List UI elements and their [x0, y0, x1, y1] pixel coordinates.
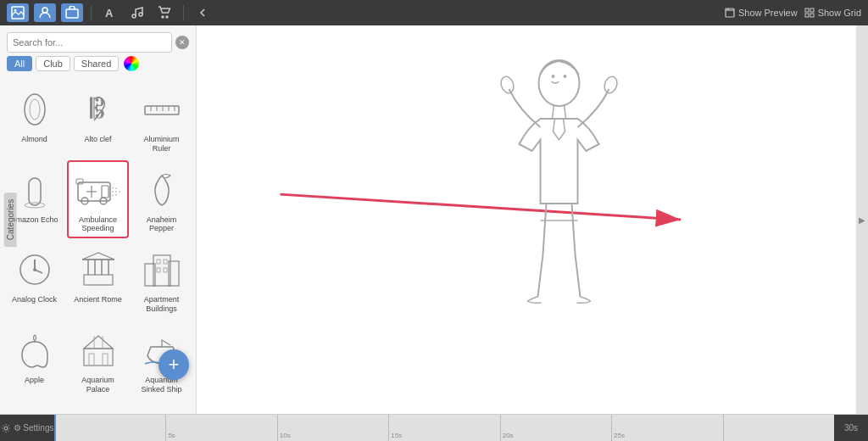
svg-rect-55 — [89, 354, 94, 366]
svg-point-14 — [25, 94, 45, 125]
svg-rect-23 — [29, 178, 41, 205]
svg-line-32 — [112, 187, 119, 189]
aquarium-palace-label: Aquarium Palace — [72, 376, 124, 394]
svg-line-67 — [552, 104, 554, 119]
icon-item-ambulance[interactable]: Ambulance Speeding — [67, 160, 129, 239]
right-panel-toggle[interactable]: ▶ — [856, 25, 868, 414]
svg-point-7 — [162, 16, 164, 18]
filter-tabs: All Club Shared — [0, 56, 196, 76]
right-arrow-icon: ▶ — [859, 215, 865, 225]
svg-point-69 — [498, 75, 515, 95]
svg-point-70 — [602, 75, 619, 95]
svg-rect-17 — [145, 106, 179, 114]
svg-rect-26 — [102, 186, 108, 198]
aluminium-ruler-preview — [136, 87, 187, 133]
ancient-rome-label: Ancient Rome — [74, 295, 122, 304]
show-preview-button[interactable]: Show Preview — [725, 8, 798, 18]
svg-point-15 — [30, 99, 40, 120]
bottom-timeline: ⚙ Settings 5s 10s 15s 20s 25s 30s — [0, 414, 868, 441]
icon-item-apartment-buildings[interactable]: Apartment Buildings — [131, 240, 192, 319]
svg-point-65 — [551, 75, 554, 78]
timeline-ruler[interactable]: 5s 10s 15s 20s 25s — [54, 415, 834, 441]
svg-marker-45 — [82, 253, 114, 260]
svg-line-68 — [564, 104, 565, 119]
svg-point-72 — [4, 427, 8, 430]
svg-rect-46 — [153, 255, 170, 286]
ambulance-preview — [73, 167, 124, 214]
color-wheel-button[interactable] — [124, 56, 139, 71]
toolbar-separator-1 — [91, 5, 92, 20]
canvas-area[interactable] — [197, 25, 856, 414]
timeline-playhead[interactable] — [54, 415, 56, 441]
apartment-buildings-preview — [136, 247, 187, 293]
svg-point-38 — [33, 268, 36, 271]
icon-item-analog-clock[interactable]: Analog Clock — [3, 240, 65, 319]
ruler-mark-20s: 20s — [500, 415, 611, 441]
svg-rect-31 — [76, 179, 83, 184]
svg-line-34 — [112, 194, 119, 196]
aluminium-ruler-label: Aluminium Ruler — [136, 135, 187, 154]
text-icon[interactable]: A — [99, 3, 121, 22]
ruler-marks: 5s 10s 15s 20s 25s — [54, 415, 834, 441]
ancient-rome-preview — [73, 247, 124, 293]
icon-item-arc-de-triomphe[interactable]: Arc de Triomphe — [3, 400, 65, 414]
almond-label: Almond — [21, 135, 47, 144]
apple-preview — [9, 327, 60, 374]
svg-rect-49 — [157, 260, 160, 264]
search-input[interactable] — [7, 32, 172, 53]
svg-point-8 — [166, 16, 168, 18]
arc-de-triomphe-preview — [9, 407, 60, 414]
amazon-echo-label: Amazon Echo — [10, 215, 58, 225]
filter-tab-shared[interactable]: Shared — [74, 56, 119, 71]
icon-item-alto-clef[interactable]: 𝄡 Alto clef — [67, 80, 129, 159]
music-icon[interactable] — [126, 3, 148, 22]
top-toolbar: A Show Preview Show Grid — [0, 0, 868, 25]
nav-arrow-icon[interactable] — [192, 3, 214, 22]
settings-button[interactable]: ⚙ Settings — [0, 415, 54, 441]
cart-icon[interactable] — [153, 3, 175, 22]
svg-point-66 — [563, 75, 566, 78]
character-svg — [493, 51, 625, 314]
alto-clef-preview: 𝄡 — [73, 87, 124, 133]
categories-tab[interactable]: Categories — [4, 193, 17, 247]
almond-preview — [9, 87, 60, 133]
icon-item-almond[interactable]: Almond — [3, 80, 65, 159]
apartment-buildings-label: Apartment Buildings — [136, 295, 187, 314]
svg-rect-11 — [810, 8, 814, 12]
anaheim-pepper-preview — [136, 167, 187, 214]
people-icon[interactable] — [34, 3, 56, 22]
svg-marker-54 — [84, 336, 113, 349]
icon-item-aluminium-ruler[interactable]: Aluminium Ruler — [131, 80, 192, 159]
svg-rect-10 — [805, 8, 809, 12]
aquarium-palace-preview — [73, 327, 124, 374]
add-content-button[interactable]: + — [159, 349, 189, 380]
analog-clock-preview — [9, 247, 60, 293]
icon-item-ancient-rome[interactable]: Ancient Rome — [67, 240, 129, 319]
svg-rect-56 — [103, 354, 108, 366]
icon-item-apple[interactable]: Apple — [3, 321, 65, 399]
alto-clef-label: Alto clef — [84, 135, 111, 144]
filter-tab-all[interactable]: All — [7, 56, 32, 71]
icon-item-anaheim-pepper[interactable]: Anaheim Pepper — [131, 160, 192, 239]
ruler-mark-0 — [54, 415, 165, 441]
show-grid-button[interactable]: Show Grid — [804, 8, 861, 18]
svg-rect-53 — [84, 349, 113, 366]
filter-tab-club[interactable]: Club — [36, 56, 70, 71]
search-bar: ✕ — [0, 25, 196, 56]
svg-rect-13 — [810, 14, 814, 17]
props-icon[interactable] — [61, 3, 83, 22]
search-clear-button[interactable]: ✕ — [175, 36, 189, 49]
ruler-mark-5s: 5s — [165, 415, 276, 441]
svg-rect-51 — [157, 268, 160, 272]
svg-point-2 — [42, 8, 47, 13]
icon-item-aquarium-palace[interactable]: Aquarium Palace — [67, 321, 129, 399]
svg-rect-52 — [164, 268, 167, 272]
anaheim-pepper-label: Anaheim Pepper — [136, 215, 187, 234]
svg-rect-3 — [66, 9, 78, 18]
images-icon[interactable] — [7, 3, 29, 22]
ruler-mark-10s: 10s — [277, 415, 388, 441]
svg-text:A: A — [105, 7, 114, 20]
svg-point-6 — [139, 13, 142, 16]
main-area: Categories ✕ All Club Shared A — [0, 25, 868, 414]
svg-rect-12 — [805, 14, 809, 17]
